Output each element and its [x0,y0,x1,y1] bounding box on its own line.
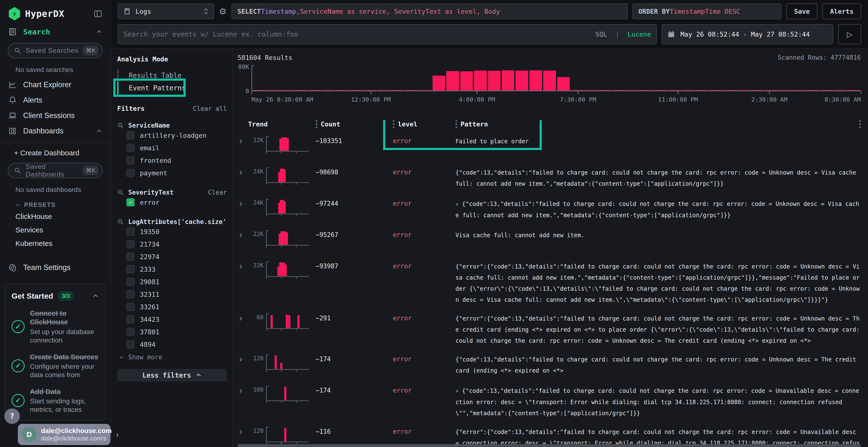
histogram-bar[interactable] [695,90,708,91]
histogram-bar[interactable] [640,90,653,91]
histogram-bar[interactable] [613,90,625,91]
histogram-bar[interactable] [848,90,860,91]
pattern-table-row[interactable]: 24K ~97244 error ×{"code":13,"details":"… [238,198,861,222]
filter-checkbox-row[interactable]: 2333 [117,263,227,276]
checkbox[interactable]: ✓ [126,198,134,206]
filter-checkbox-row[interactable]: 29081 [117,276,227,288]
histogram-bar[interactable] [557,77,570,91]
show-more-toggle[interactable]: Show more [117,351,227,361]
filter-checkbox-row[interactable]: 34423 [117,313,227,325]
histogram-bar[interactable] [779,90,791,91]
drag-handle-icon[interactable] [456,120,457,128]
histogram-bar[interactable] [350,90,362,91]
sidebar-item-dashboards[interactable]: Dashboards [0,123,111,139]
drag-handle-icon[interactable] [316,120,317,128]
preset-kubernetes[interactable]: Kubernetes [0,237,111,250]
checkbox[interactable] [126,240,134,248]
histogram-bar[interactable] [419,90,431,91]
chevron-up-icon[interactable] [96,29,102,35]
pattern-table-row[interactable]: 60 ~291 error {"error":{"code":13,"detai… [238,313,861,346]
sidebar-item-team-settings[interactable]: Team Settings [0,260,111,275]
horizontal-scrollbar[interactable] [238,444,861,447]
chevron-up-icon[interactable] [96,128,102,134]
filter-checkbox-row[interactable]: frontend [117,154,227,167]
help-button[interactable]: ? [4,409,20,424]
drag-handle-icon[interactable] [393,120,395,128]
less-filters-button[interactable]: Less filters [117,369,227,381]
histogram-bar[interactable] [599,90,611,91]
source-selector[interactable]: Logs [118,3,214,19]
histogram-bar[interactable] [294,90,307,91]
histogram-bar[interactable] [253,90,265,91]
histogram-bar[interactable] [433,76,445,91]
get-started-item[interactable]: ✓ Connect to ClickHouse Set up your data… [11,309,99,344]
histogram-bar[interactable] [474,71,487,91]
histogram-bar[interactable] [737,90,750,91]
histogram-bar[interactable] [682,90,694,91]
clear-all-link[interactable]: Clear all [193,105,227,112]
collapse-sidebar-icon[interactable] [94,9,102,18]
checkbox[interactable] [126,315,134,323]
table-options-icon[interactable] [859,120,861,128]
save-button[interactable]: Save [786,3,817,19]
histogram-bar[interactable] [516,71,528,91]
select-query-input[interactable]: SELECT Timestamp, ServiceName as service… [231,3,628,19]
pattern-table-row[interactable]: 120 ~174 error {"code":13,"details":"fai… [238,353,861,378]
checkbox[interactable] [126,328,134,336]
histogram-bar[interactable] [765,90,777,91]
histogram-bar[interactable] [723,90,736,91]
pattern-table-row[interactable]: 22K ~95267 error Visa cache full: cannot… [238,229,861,253]
checkbox[interactable] [126,169,134,177]
histogram-bar[interactable] [405,90,417,91]
histogram-bar[interactable] [377,90,390,91]
histogram-bar[interactable] [709,90,722,91]
sidebar-item-client-sessions[interactable]: Client Sessions [0,108,111,123]
histogram-bar[interactable] [626,90,639,91]
filter-checkbox-row[interactable]: 19350 [117,226,227,238]
date-range-picker[interactable]: May 26 08:52:44 - May 27 08:52:44 [661,24,833,44]
column-header-count[interactable]: Count [316,120,393,128]
expand-row-icon[interactable] [238,261,248,270]
checkbox[interactable] [126,340,134,348]
histogram-bar[interactable] [267,90,279,91]
expand-row-icon[interactable] [238,198,248,207]
lucene-search-input[interactable]: Search your events w/ Lucene ex. column:… [118,24,657,44]
column-header-level[interactable]: level [393,120,456,128]
filter-checkbox-row[interactable]: 37801 [117,325,227,338]
get-started-item[interactable]: ✓ Create Data Sources Configure where yo… [11,353,99,379]
histogram-bar[interactable] [806,90,819,91]
filter-checkbox-row[interactable]: 22974 [117,250,227,263]
filter-checkbox-row[interactable]: 21734 [117,238,227,250]
histogram-bar[interactable] [322,90,334,91]
histogram-bar[interactable] [446,71,459,91]
histogram-bar[interactable] [391,90,404,91]
histogram-bar[interactable] [460,71,473,91]
get-started-item[interactable]: ✓ Add Data Start sending logs, metrics, … [11,387,99,414]
sidebar-item-search[interactable]: Search [0,24,111,39]
user-chip[interactable]: D dale@clickhouse.com dale@clickhouse.co… [18,424,111,445]
histogram-bar[interactable] [654,90,666,91]
histogram-bar[interactable] [571,90,584,91]
checkbox[interactable] [126,303,134,311]
histogram-bar[interactable] [280,90,293,91]
brand[interactable]: ⚡ HyperDX [8,7,64,21]
checkbox[interactable] [126,278,134,286]
checkbox[interactable] [126,144,134,152]
filter-checkbox-row[interactable]: payment [117,167,227,179]
histogram-bar[interactable] [820,90,833,91]
expand-row-icon[interactable] [238,229,248,238]
pattern-table-row[interactable]: 180 ~174 error ×{"code":13,"details":"fa… [238,385,861,419]
checkbox[interactable] [126,253,134,261]
expand-row-icon[interactable] [238,135,248,144]
checkbox[interactable] [126,131,134,139]
alerts-button[interactable]: Alerts [822,3,861,19]
sidebar-item-chart-explorer[interactable]: Chart Explorer [0,77,111,93]
histogram-bar[interactable] [543,71,556,91]
expand-row-icon[interactable] [238,385,248,394]
checkbox[interactable] [126,265,134,273]
filter-checkbox-row[interactable]: 32311 [117,288,227,301]
filter-checkbox-row[interactable]: ✓ error [117,196,227,209]
histogram-bar[interactable] [792,90,805,91]
sql-toggle[interactable]: SQL [595,31,607,38]
filter-checkbox-row[interactable]: 33261 [117,301,227,313]
